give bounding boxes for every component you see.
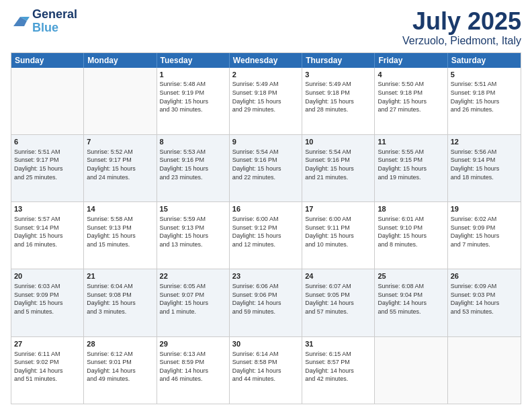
calendar-cell: 19Sunrise: 6:02 AM Sunset: 9:09 PM Dayli… (448, 202, 521, 269)
logo: General Blue (11, 8, 77, 35)
calendar-header-cell: Friday (375, 53, 447, 68)
cell-content: Sunrise: 6:04 AM Sunset: 9:08 PM Dayligh… (87, 282, 153, 316)
day-number: 29 (160, 339, 226, 349)
calendar-cell: 27Sunrise: 6:11 AM Sunset: 9:02 PM Dayli… (11, 337, 84, 404)
calendar-cell: 13Sunrise: 5:57 AM Sunset: 9:14 PM Dayli… (11, 202, 84, 269)
calendar-cell: 8Sunrise: 5:53 AM Sunset: 9:16 PM Daylig… (157, 135, 230, 201)
cell-content: Sunrise: 6:06 AM Sunset: 9:06 PM Dayligh… (232, 282, 299, 316)
cell-content: Sunrise: 6:11 AM Sunset: 9:02 PM Dayligh… (14, 350, 81, 383)
cell-content: Sunrise: 6:15 AM Sunset: 8:57 PM Dayligh… (305, 350, 371, 383)
cell-content: Sunrise: 5:55 AM Sunset: 9:15 PM Dayligh… (378, 148, 444, 181)
day-number: 20 (14, 271, 81, 281)
day-number: 19 (451, 204, 518, 214)
cell-content: Sunrise: 6:05 AM Sunset: 9:07 PM Dayligh… (160, 282, 226, 316)
day-number: 13 (14, 204, 81, 214)
cell-content: Sunrise: 6:02 AM Sunset: 9:09 PM Dayligh… (451, 215, 518, 248)
day-number: 7 (87, 137, 153, 147)
calendar-header-row: SundayMondayTuesdayWednesdayThursdayFrid… (11, 53, 521, 68)
calendar-cell: 26Sunrise: 6:09 AM Sunset: 9:03 PM Dayli… (448, 269, 521, 336)
cell-content: Sunrise: 6:13 AM Sunset: 8:59 PM Dayligh… (160, 350, 226, 383)
cell-content: Sunrise: 6:00 AM Sunset: 9:11 PM Dayligh… (305, 215, 371, 248)
cell-content: Sunrise: 5:51 AM Sunset: 9:17 PM Dayligh… (14, 148, 81, 181)
calendar-row: 1Sunrise: 5:48 AM Sunset: 9:19 PM Daylig… (11, 68, 521, 135)
day-number: 28 (87, 339, 153, 349)
calendar-header-cell: Thursday (302, 53, 375, 68)
calendar-row: 6Sunrise: 5:51 AM Sunset: 9:17 PM Daylig… (11, 135, 521, 202)
day-number: 24 (305, 271, 371, 281)
calendar-header-cell: Tuesday (157, 53, 230, 68)
day-number: 17 (305, 204, 371, 214)
cell-content: Sunrise: 6:00 AM Sunset: 9:12 PM Dayligh… (232, 215, 299, 248)
cell-content: Sunrise: 5:49 AM Sunset: 9:18 PM Dayligh… (232, 80, 299, 113)
calendar-cell: 17Sunrise: 6:00 AM Sunset: 9:11 PM Dayli… (302, 202, 375, 269)
day-number: 10 (305, 137, 371, 147)
title-block: July 2025 Verzuolo, Piedmont, Italy (402, 8, 521, 47)
calendar-cell: 9Sunrise: 5:54 AM Sunset: 9:16 PM Daylig… (230, 135, 302, 201)
day-number: 27 (14, 339, 81, 349)
calendar-cell: 15Sunrise: 5:59 AM Sunset: 9:13 PM Dayli… (157, 202, 230, 269)
header: General Blue July 2025 Verzuolo, Piedmon… (11, 8, 521, 47)
cell-content: Sunrise: 6:14 AM Sunset: 8:58 PM Dayligh… (232, 350, 299, 383)
calendar-cell: 6Sunrise: 5:51 AM Sunset: 9:17 PM Daylig… (11, 135, 84, 201)
day-number: 3 (305, 70, 371, 80)
cell-content: Sunrise: 5:57 AM Sunset: 9:14 PM Dayligh… (14, 215, 81, 248)
day-number: 31 (305, 339, 371, 349)
day-number: 18 (378, 204, 444, 214)
calendar-cell: 20Sunrise: 6:03 AM Sunset: 9:09 PM Dayli… (11, 269, 84, 336)
cell-content: Sunrise: 6:03 AM Sunset: 9:09 PM Dayligh… (14, 282, 81, 316)
day-number: 6 (14, 137, 81, 147)
day-number: 23 (232, 271, 299, 281)
day-number: 26 (451, 271, 518, 281)
calendar-row: 13Sunrise: 5:57 AM Sunset: 9:14 PM Dayli… (11, 202, 521, 269)
calendar-cell (375, 337, 447, 404)
day-number: 21 (87, 271, 153, 281)
day-number: 8 (160, 137, 226, 147)
calendar-cell: 12Sunrise: 5:56 AM Sunset: 9:14 PM Dayli… (448, 135, 521, 201)
calendar-cell: 23Sunrise: 6:06 AM Sunset: 9:06 PM Dayli… (230, 269, 302, 336)
calendar-cell: 31Sunrise: 6:15 AM Sunset: 8:57 PM Dayli… (302, 337, 375, 404)
calendar-cell: 7Sunrise: 5:52 AM Sunset: 9:17 PM Daylig… (84, 135, 157, 201)
cell-content: Sunrise: 6:09 AM Sunset: 9:03 PM Dayligh… (451, 282, 518, 316)
calendar-cell (84, 68, 157, 134)
day-number: 9 (232, 137, 299, 147)
cell-content: Sunrise: 5:54 AM Sunset: 9:16 PM Dayligh… (232, 148, 299, 181)
calendar-title: July 2025 (402, 8, 521, 35)
calendar-row: 27Sunrise: 6:11 AM Sunset: 9:02 PM Dayli… (11, 337, 521, 404)
page: General Blue July 2025 Verzuolo, Piedmon… (0, 0, 532, 411)
calendar-row: 20Sunrise: 6:03 AM Sunset: 9:09 PM Dayli… (11, 269, 521, 336)
calendar-cell: 4Sunrise: 5:50 AM Sunset: 9:18 PM Daylig… (375, 68, 447, 134)
day-number: 2 (232, 70, 299, 80)
calendar-cell (448, 337, 521, 404)
day-number: 5 (451, 70, 518, 80)
calendar-cell: 29Sunrise: 6:13 AM Sunset: 8:59 PM Dayli… (157, 337, 230, 404)
cell-content: Sunrise: 5:58 AM Sunset: 9:13 PM Dayligh… (87, 215, 153, 248)
calendar-cell: 30Sunrise: 6:14 AM Sunset: 8:58 PM Dayli… (230, 337, 302, 404)
cell-content: Sunrise: 5:59 AM Sunset: 9:13 PM Dayligh… (160, 215, 226, 248)
calendar-cell: 16Sunrise: 6:00 AM Sunset: 9:12 PM Dayli… (230, 202, 302, 269)
calendar-cell (11, 68, 84, 134)
logo-icon (11, 14, 30, 29)
calendar-cell: 2Sunrise: 5:49 AM Sunset: 9:18 PM Daylig… (230, 68, 302, 134)
calendar-cell: 10Sunrise: 5:54 AM Sunset: 9:16 PM Dayli… (302, 135, 375, 201)
calendar-cell: 22Sunrise: 6:05 AM Sunset: 9:07 PM Dayli… (157, 269, 230, 336)
day-number: 12 (451, 137, 518, 147)
calendar-body: 1Sunrise: 5:48 AM Sunset: 9:19 PM Daylig… (11, 68, 521, 404)
calendar-cell: 11Sunrise: 5:55 AM Sunset: 9:15 PM Dayli… (375, 135, 447, 201)
cell-content: Sunrise: 6:12 AM Sunset: 9:01 PM Dayligh… (87, 350, 153, 383)
cell-content: Sunrise: 5:48 AM Sunset: 9:19 PM Dayligh… (160, 80, 226, 113)
cell-content: Sunrise: 5:53 AM Sunset: 9:16 PM Dayligh… (160, 148, 226, 181)
cell-content: Sunrise: 5:51 AM Sunset: 9:18 PM Dayligh… (451, 80, 518, 113)
calendar-header-cell: Sunday (11, 53, 84, 68)
day-number: 30 (232, 339, 299, 349)
cell-content: Sunrise: 5:54 AM Sunset: 9:16 PM Dayligh… (305, 148, 371, 181)
cell-content: Sunrise: 5:49 AM Sunset: 9:18 PM Dayligh… (305, 80, 371, 113)
calendar-cell: 28Sunrise: 6:12 AM Sunset: 9:01 PM Dayli… (84, 337, 157, 404)
cell-content: Sunrise: 5:52 AM Sunset: 9:17 PM Dayligh… (87, 148, 153, 181)
calendar-cell: 18Sunrise: 6:01 AM Sunset: 9:10 PM Dayli… (375, 202, 447, 269)
cell-content: Sunrise: 6:01 AM Sunset: 9:10 PM Dayligh… (378, 215, 444, 248)
calendar-subtitle: Verzuolo, Piedmont, Italy (402, 35, 521, 47)
calendar-cell: 5Sunrise: 5:51 AM Sunset: 9:18 PM Daylig… (448, 68, 521, 134)
calendar-cell: 21Sunrise: 6:04 AM Sunset: 9:08 PM Dayli… (84, 269, 157, 336)
day-number: 25 (378, 271, 444, 281)
day-number: 14 (87, 204, 153, 214)
